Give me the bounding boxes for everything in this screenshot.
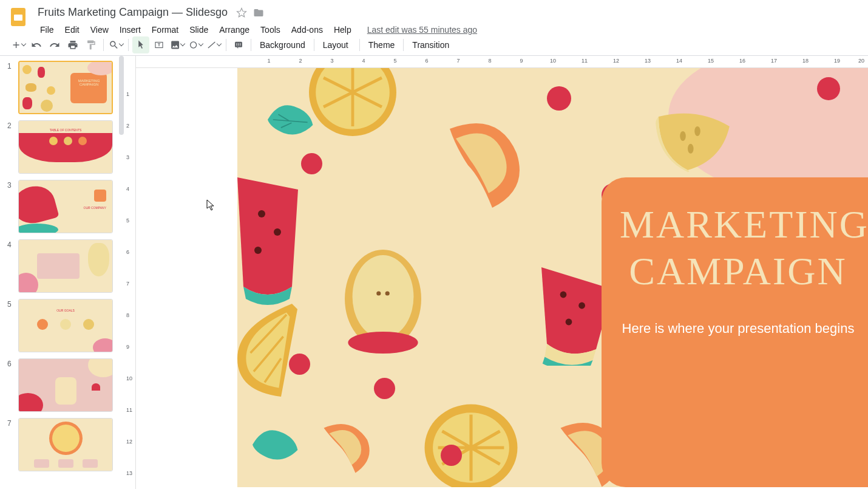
toolbar: Background Layout Theme Transition	[0, 34, 868, 56]
slide-number: 6	[7, 358, 18, 412]
cherry-icon	[441, 445, 462, 466]
menu-arrange[interactable]: Arrange	[214, 22, 254, 37]
slide-number: 2	[7, 120, 18, 174]
slide-thumb-5[interactable]: 5 OUR GOALS	[7, 299, 121, 352]
line-button[interactable]	[205, 36, 222, 53]
svg-point-21	[694, 126, 700, 136]
select-tool-button[interactable]	[132, 36, 149, 53]
lemon-half-icon	[304, 68, 401, 141]
slide-number: 7	[7, 418, 18, 471]
slide-thumb-2[interactable]: 2 TABLE OF CONTENTS	[7, 120, 121, 174]
slide-canvas[interactable]: MARKETING CAMPAIGN Here is where your pr…	[237, 68, 868, 487]
slide-title-line1: MARKETING	[620, 202, 856, 248]
svg-point-17	[566, 319, 572, 326]
textbox-button[interactable]	[151, 36, 168, 53]
svg-point-22	[688, 144, 694, 154]
horizontal-ruler: 1 2 3 4 5 6 7 8 9 10 11 12 13 14 15 16 1…	[136, 56, 868, 68]
image-button[interactable]	[169, 36, 186, 53]
slide-thumb-7[interactable]: 7	[7, 418, 121, 471]
cursor-icon	[206, 199, 216, 211]
slide-number: 1	[7, 61, 18, 114]
app-header: Fruits Marketing Campaign — Slidesgo Fil…	[0, 0, 868, 34]
background-button[interactable]: Background	[255, 38, 310, 52]
peach-slice-icon	[304, 408, 383, 487]
filmstrip-scrollbar[interactable]	[119, 56, 124, 135]
apple-half-icon	[337, 244, 429, 354]
slides-logo-icon[interactable]	[7, 6, 29, 28]
svg-point-3	[191, 41, 197, 47]
menu-help[interactable]: Help	[329, 22, 356, 37]
zoom-button[interactable]	[107, 36, 124, 53]
svg-point-13	[376, 291, 381, 295]
slide-number: 3	[7, 180, 18, 233]
menu-format[interactable]: Format	[147, 22, 183, 37]
cherry-icon	[374, 378, 395, 399]
peach-slice-icon	[407, 104, 541, 226]
print-button[interactable]	[64, 36, 81, 53]
svg-point-9	[254, 247, 262, 254]
svg-point-11	[353, 255, 414, 338]
leaf-icon	[246, 423, 301, 466]
document-title[interactable]: Fruits Marketing Campaign — Slidesgo	[35, 5, 230, 20]
theme-button[interactable]: Theme	[364, 38, 400, 52]
cherry-icon	[547, 86, 571, 111]
svg-point-8	[274, 228, 281, 236]
comment-button[interactable]	[230, 36, 247, 53]
filmstrip[interactable]: 1 MARKETINGCAMPAIGN 2 TABLE OF CONTENTS	[0, 56, 124, 489]
orange-slice-icon	[237, 293, 304, 402]
title-card[interactable]: MARKETING CAMPAIGN Here is where your pr…	[602, 177, 868, 487]
undo-button[interactable]	[28, 36, 45, 53]
slide-thumb-6[interactable]: 6	[7, 358, 121, 412]
melon-slice-icon	[644, 101, 741, 180]
workspace: 1 MARKETINGCAMPAIGN 2 TABLE OF CONTENTS	[0, 56, 868, 489]
svg-point-20	[680, 131, 686, 141]
slide-thumb-3[interactable]: 3 OUR COMPANY	[7, 180, 121, 233]
canvas-viewport[interactable]: MARKETING CAMPAIGN Here is where your pr…	[136, 68, 868, 489]
vertical-ruler: 1 2 3 4 5 6 7 8 9 10 11 12 13	[124, 56, 136, 489]
paint-format-button[interactable]	[83, 36, 100, 53]
svg-point-15	[560, 292, 567, 298]
svg-point-14	[385, 291, 390, 295]
lemon-half-icon	[419, 396, 523, 487]
slide-thumb-1[interactable]: 1 MARKETINGCAMPAIGN	[7, 61, 121, 114]
cherry-icon	[301, 153, 322, 174]
shape-button[interactable]	[187, 36, 204, 53]
new-slide-button[interactable]	[10, 36, 27, 53]
layout-button[interactable]: Layout	[318, 38, 356, 52]
slide-thumb-4[interactable]: 4	[7, 239, 121, 293]
watermelon-slice-icon	[237, 171, 304, 305]
svg-rect-1	[14, 15, 22, 21]
menu-addons[interactable]: Add-ons	[287, 22, 328, 37]
svg-point-12	[348, 332, 418, 354]
layout-label: Layout	[323, 40, 348, 50]
menu-tools[interactable]: Tools	[256, 22, 285, 37]
menu-slide[interactable]: Slide	[185, 22, 213, 37]
slide-number: 4	[7, 239, 18, 293]
svg-point-16	[578, 303, 585, 309]
star-icon[interactable]	[236, 7, 247, 18]
cherry-icon	[817, 77, 840, 100]
canvas-area: 1 2 3 4 5 6 7 8 9 10 11 12 13 14 15 16 1…	[136, 56, 868, 489]
menu-file[interactable]: File	[35, 22, 59, 37]
menubar: File Edit View Insert Format Slide Arran…	[35, 22, 858, 37]
move-folder-icon[interactable]	[253, 7, 264, 18]
redo-button[interactable]	[46, 36, 63, 53]
cherry-icon	[289, 354, 310, 375]
menu-insert[interactable]: Insert	[115, 22, 146, 37]
svg-point-7	[258, 210, 265, 217]
slide-subtitle: Here is where your presentation begins	[620, 320, 856, 338]
transition-button[interactable]: Transition	[407, 38, 454, 52]
slide-title-line2: CAMPAIGN	[620, 248, 856, 295]
menu-edit[interactable]: Edit	[60, 22, 84, 37]
slide-number: 5	[7, 299, 18, 352]
leaf-icon	[262, 98, 316, 141]
menu-view[interactable]: View	[86, 22, 114, 37]
last-edit-link[interactable]: Last edit was 55 minutes ago	[367, 25, 477, 35]
